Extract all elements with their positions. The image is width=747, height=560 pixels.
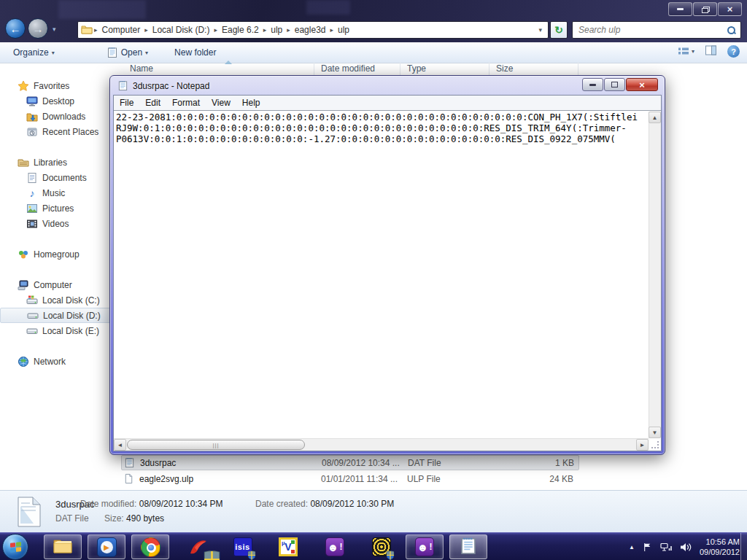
- forward-arrow-icon: →: [33, 23, 44, 35]
- taskbar-yahoo-messenger-button[interactable]: ☻!: [318, 534, 352, 559]
- sidebar-item-desktop[interactable]: Desktop: [0, 93, 115, 109]
- scroll-left-button[interactable]: ◄: [114, 439, 126, 451]
- media-player-icon: ▶: [97, 537, 117, 557]
- column-divider[interactable]: [400, 62, 400, 75]
- menu-format[interactable]: Format: [166, 98, 206, 108]
- sidebar-item-local-disk-e[interactable]: Local Disk (E:): [0, 323, 115, 338]
- search-box[interactable]: [572, 21, 741, 39]
- explorer-restore-button[interactable]: [693, 2, 717, 16]
- sidebar-item-computer[interactable]: Computer: [0, 277, 115, 292]
- sidebar-item-music[interactable]: ♪ Music: [0, 185, 115, 201]
- resize-grip[interactable]: [651, 440, 659, 449]
- address-bar[interactable]: ▸ Computer ▸ Local Disk (D:) ▸ Eagle 6.2…: [77, 21, 549, 39]
- column-divider[interactable]: [314, 62, 314, 75]
- notepad-text-area[interactable]: 22-23-2081:0:0:0:0:0:0:0:0:0:0:0:0:0:0:0…: [114, 110, 661, 451]
- open-label: Open: [121, 47, 142, 58]
- notepad-titlebar[interactable]: 3dusrpac - Notepad: [117, 80, 209, 91]
- breadcrumb-ulp[interactable]: ulp: [268, 25, 285, 35]
- taskbar-spiral-app-button[interactable]: [365, 534, 398, 559]
- menu-help[interactable]: Help: [236, 98, 266, 108]
- sidebar-item-homegroup[interactable]: Homegroup: [0, 246, 115, 262]
- breadcrumb-separator-icon: ▸: [287, 26, 290, 34]
- sidebar-item-local-disk-c[interactable]: Local Disk (C:): [0, 292, 115, 308]
- clock[interactable]: 10:56 AM 09/09/2012: [700, 537, 740, 557]
- breadcrumb-eagle[interactable]: Eagle 6.2: [219, 25, 262, 35]
- scroll-down-button[interactable]: ▼: [649, 427, 661, 438]
- column-divider[interactable]: [578, 62, 578, 75]
- file-size: 24 KB: [486, 474, 573, 484]
- horizontal-scrollbar[interactable]: ◄ ► |||: [114, 438, 649, 451]
- organize-button[interactable]: Organize ▾: [7, 44, 61, 61]
- search-input[interactable]: [577, 24, 727, 36]
- column-header-type[interactable]: Type: [407, 63, 426, 74]
- sidebar-item-libraries[interactable]: Libraries: [0, 155, 115, 170]
- action-center-flag-icon[interactable]: [643, 542, 652, 552]
- open-button[interactable]: Open ▾: [101, 44, 154, 61]
- column-header-date-modified[interactable]: Date modified: [321, 63, 375, 74]
- refresh-button[interactable]: ↻: [550, 21, 568, 39]
- forward-button[interactable]: →: [28, 18, 48, 39]
- column-header-size[interactable]: Size: [496, 63, 513, 74]
- sidebar-item-recent-places[interactable]: Recent Places: [0, 124, 115, 139]
- preview-pane-button[interactable]: [705, 45, 717, 58]
- menu-file[interactable]: File: [114, 98, 139, 108]
- sidebar-item-downloads[interactable]: Downloads: [0, 109, 115, 124]
- address-dropdown-icon[interactable]: ▾: [535, 26, 545, 34]
- breadcrumb-computer[interactable]: Computer: [99, 25, 144, 35]
- taskbar-uvision-button[interactable]: µ V: [271, 534, 305, 559]
- uac-shield-icon: [202, 550, 211, 559]
- explorer-close-button[interactable]: ×: [718, 2, 742, 16]
- notepad-text[interactable]: 22-23-2081:0:0:0:0:0:0:0:0:0:0:0:0:0:0:0…: [114, 111, 649, 438]
- menu-edit[interactable]: Edit: [139, 98, 166, 108]
- sidebar-item-documents[interactable]: Documents: [0, 170, 115, 185]
- breadcrumb-separator-icon: ▸: [214, 26, 217, 34]
- show-desktop-button[interactable]: [740, 533, 747, 560]
- taskbar-notepad-button[interactable]: [449, 534, 487, 559]
- column-header-name[interactable]: Name: [130, 63, 153, 74]
- taskbar-media-player-button[interactable]: ▶: [88, 534, 125, 559]
- back-button[interactable]: ←: [5, 18, 26, 39]
- explorer-folder-icon: [53, 537, 73, 557]
- notepad-title: 3dusrpac - Notepad: [133, 81, 209, 91]
- scroll-right-button[interactable]: ►: [636, 439, 649, 451]
- sidebar-item-videos[interactable]: Videos: [0, 216, 115, 231]
- vertical-scrollbar[interactable]: ▲ ▼: [649, 112, 661, 438]
- taskbar-yahoo-messenger-running-button[interactable]: ☻!: [406, 534, 444, 559]
- taskbar-isis-button[interactable]: isis: [226, 534, 260, 559]
- change-view-button[interactable]: ▾: [678, 47, 694, 56]
- menu-view[interactable]: View: [206, 98, 236, 108]
- start-button[interactable]: [2, 534, 28, 560]
- explorer-minimize-button[interactable]: [668, 2, 692, 16]
- scroll-up-button[interactable]: ▲: [649, 112, 661, 123]
- clock-time: 10:56 AM: [706, 537, 740, 546]
- minimize-icon: [589, 84, 596, 86]
- uvision-icon: µ V: [279, 537, 298, 556]
- horizontal-scroll-thumb[interactable]: |||: [127, 440, 305, 450]
- notepad-maximize-button[interactable]: [604, 78, 625, 91]
- breadcrumb-ulp-2[interactable]: ulp: [335, 25, 352, 35]
- breadcrumb-eagle3d[interactable]: eagle3d: [292, 25, 329, 35]
- new-folder-button[interactable]: New folder: [169, 44, 222, 61]
- sidebar-item-pictures[interactable]: Pictures: [0, 201, 115, 216]
- taskbar-chrome-button[interactable]: [131, 534, 169, 559]
- sidebar-item-network[interactable]: Network: [0, 354, 115, 369]
- glass-reflection: [306, 0, 350, 15]
- volume-icon[interactable]: [680, 542, 692, 552]
- taskbar-eagle-button[interactable]: [181, 534, 214, 559]
- sidebar-item-favorites[interactable]: Favorites: [0, 78, 115, 93]
- sidebar-item-local-disk-d[interactable]: Local Disk (D:): [0, 308, 115, 323]
- help-button[interactable]: ?: [727, 45, 740, 58]
- taskbar-explorer-button[interactable]: [44, 534, 82, 559]
- notepad-minimize-button[interactable]: [582, 78, 603, 91]
- file-row-3dusrpac[interactable]: 3dusrpac 08/09/2012 10:34 ... DAT File 1…: [121, 455, 579, 470]
- sidebar-label: Local Disk (D:): [43, 311, 101, 321]
- tray-expand-button[interactable]: ▲: [629, 544, 635, 551]
- arrow-up-icon: ▲: [652, 114, 658, 121]
- breadcrumb-local-disk-d[interactable]: Local Disk (D:): [150, 25, 213, 35]
- column-divider[interactable]: [489, 62, 489, 75]
- network-tray-icon[interactable]: [660, 542, 672, 552]
- recent-pages-dropdown-icon[interactable]: ▾: [53, 26, 56, 33]
- folder-icon: [81, 24, 93, 36]
- file-row-eagle2svg[interactable]: eagle2svg.ulp 01/01/2011 11:34 ... ULP F…: [121, 471, 579, 486]
- notepad-close-button[interactable]: ×: [626, 78, 658, 91]
